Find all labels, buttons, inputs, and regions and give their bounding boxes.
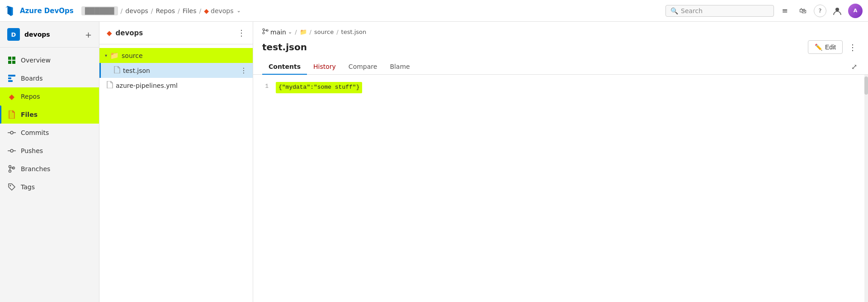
sidebar-label-tags: Tags <box>21 183 35 191</box>
file-tree-file-azurepipelines[interactable]: azure-pipelines.yml ⋮ <box>99 78 253 93</box>
avatar-initial: A <box>854 8 858 14</box>
branch-selector[interactable]: main ⌄ <box>262 28 292 36</box>
file-tree-more-button[interactable]: ⋮ <box>237 28 245 38</box>
breadcrumb-org[interactable]: ██████ <box>81 6 118 15</box>
path-file[interactable]: test.json <box>341 29 367 35</box>
file-tree-title: ◆ devops <box>107 29 143 37</box>
svg-point-14 <box>9 166 11 168</box>
sidebar-item-overview[interactable]: Overview <box>0 51 99 69</box>
app-logo[interactable]: Azure DevOps <box>5 5 78 16</box>
file-tree-header: ◆ devops ⋮ <box>99 22 253 44</box>
branches-icon <box>7 164 16 173</box>
app-name: Azure DevOps <box>20 7 74 15</box>
sidebar-org[interactable]: D devops + <box>0 22 99 48</box>
file-tree-folder-source[interactable]: ▾ 📁 source <box>99 48 253 63</box>
code-viewer: 1 {"mydata":"some stuff"} <box>253 75 868 302</box>
tab-contents[interactable]: Contents <box>262 59 307 75</box>
branch-name: main <box>270 29 286 36</box>
tab-blame[interactable]: Blame <box>383 59 416 75</box>
breadcrumb-files[interactable]: Files <box>183 7 197 14</box>
edit-icon: ✏️ <box>815 43 822 51</box>
file-name-2: azure-pipelines.yml <box>116 82 178 89</box>
file-title: test.json <box>262 42 307 53</box>
code-line-1: 1 {"mydata":"some stuff"} <box>262 82 859 93</box>
main-layout: D devops + Overview Boards ◆ <box>0 22 868 302</box>
sidebar-label-repos: Repos <box>21 93 40 100</box>
commits-icon <box>7 128 16 137</box>
scrollbar-track[interactable] <box>864 75 868 302</box>
branch-icon <box>262 28 269 36</box>
svg-point-15 <box>9 170 11 173</box>
settings-list-icon[interactable]: ≡ <box>778 4 792 18</box>
svg-point-0 <box>835 8 839 11</box>
svg-rect-5 <box>8 75 15 77</box>
help-icon[interactable]: ? <box>814 5 826 17</box>
line-number-1: 1 <box>262 82 276 91</box>
path-source[interactable]: source <box>314 29 334 35</box>
overview-icon <box>7 56 16 65</box>
org-name: devops <box>24 31 80 38</box>
svg-point-17 <box>10 185 11 187</box>
sidebar-label-overview: Overview <box>21 57 51 64</box>
azure-devops-icon <box>5 5 16 16</box>
svg-rect-3 <box>8 61 11 64</box>
repos-icon: ◆ <box>7 92 16 101</box>
svg-point-11 <box>10 149 13 152</box>
active-indicator <box>0 105 1 124</box>
folder-chevron-icon: ▾ <box>105 53 107 58</box>
file-icon-2 <box>107 81 113 90</box>
file-tree-file-testjson[interactable]: test.json ⋮ <box>99 63 253 78</box>
branch-chevron-icon: ⌄ <box>288 29 292 35</box>
repo-diamond-icon: ◆ <box>204 7 209 14</box>
sidebar-label-branches: Branches <box>21 165 50 173</box>
folder-name: source <box>122 52 143 59</box>
topbar-right: 🔍 Search ≡ 🛍 ? A <box>665 4 863 18</box>
tab-history[interactable]: History <box>307 59 342 75</box>
edit-label: Edit <box>825 43 836 51</box>
path-folder-icon: 📁 <box>300 29 307 35</box>
file-name: test.json <box>123 67 150 74</box>
sidebar-item-boards[interactable]: Boards <box>0 69 99 87</box>
scrollbar-thumb[interactable] <box>864 77 868 95</box>
code-content-1: {"mydata":"some stuff"} <box>276 82 362 93</box>
file-tabs-row: Contents History Compare Blame ⤢ <box>262 59 859 74</box>
breadcrumb-chevron-icon: ⌄ <box>237 8 241 14</box>
pushes-icon <box>7 146 16 155</box>
breadcrumb-repo[interactable]: ◆ devops ⌄ <box>204 7 241 14</box>
sidebar: D devops + Overview Boards ◆ <box>0 22 99 302</box>
expand-button[interactable]: ⤢ <box>849 61 859 73</box>
breadcrumb-devops[interactable]: devops <box>125 7 148 14</box>
sidebar-label-pushes: Pushes <box>21 147 43 154</box>
boards-icon <box>7 74 16 83</box>
sidebar-item-commits[interactable]: Commits <box>0 124 99 142</box>
sidebar-item-pushes[interactable]: Pushes <box>0 142 99 160</box>
file-tree-panel: ◆ devops ⋮ ▾ 📁 source test.json ⋮ <box>99 22 253 302</box>
svg-rect-6 <box>8 77 11 79</box>
sidebar-item-tags[interactable]: Tags <box>0 178 99 196</box>
sidebar-item-files[interactable]: Files <box>0 105 99 124</box>
content-header: main ⌄ / 📁 / source / test.json test.jso… <box>253 22 868 75</box>
file-title-row: test.json ✏️ Edit ⋮ <box>262 40 859 54</box>
search-icon: 🔍 <box>670 7 678 14</box>
svg-rect-2 <box>12 57 15 60</box>
content-path: main ⌄ / 📁 / source / test.json <box>262 28 859 36</box>
file-item-more-button[interactable]: ⋮ <box>240 66 247 75</box>
breadcrumb-repos[interactable]: Repos <box>156 7 175 14</box>
add-org-button[interactable]: + <box>85 30 92 39</box>
file-tree-body: ▾ 📁 source test.json ⋮ azure-pipelines.y… <box>99 44 253 302</box>
sidebar-item-branches[interactable]: Branches <box>0 160 99 178</box>
search-box[interactable]: 🔍 Search <box>665 5 774 17</box>
file-actions: ✏️ Edit ⋮ <box>808 40 859 54</box>
user-icon[interactable] <box>830 4 844 18</box>
edit-button[interactable]: ✏️ Edit <box>808 40 843 54</box>
bag-icon[interactable]: 🛍 <box>796 4 810 18</box>
sidebar-item-repos[interactable]: ◆ Repos <box>0 87 99 105</box>
tags-icon <box>7 182 16 192</box>
tab-compare[interactable]: Compare <box>342 59 384 75</box>
avatar[interactable]: A <box>848 4 863 18</box>
sidebar-nav: Overview Boards ◆ Repos Files <box>0 48 99 200</box>
file-more-button[interactable]: ⋮ <box>846 41 859 53</box>
selected-indicator <box>99 63 101 78</box>
file-tabs: Contents History Compare Blame <box>262 59 416 74</box>
sidebar-label-files: Files <box>21 111 38 118</box>
